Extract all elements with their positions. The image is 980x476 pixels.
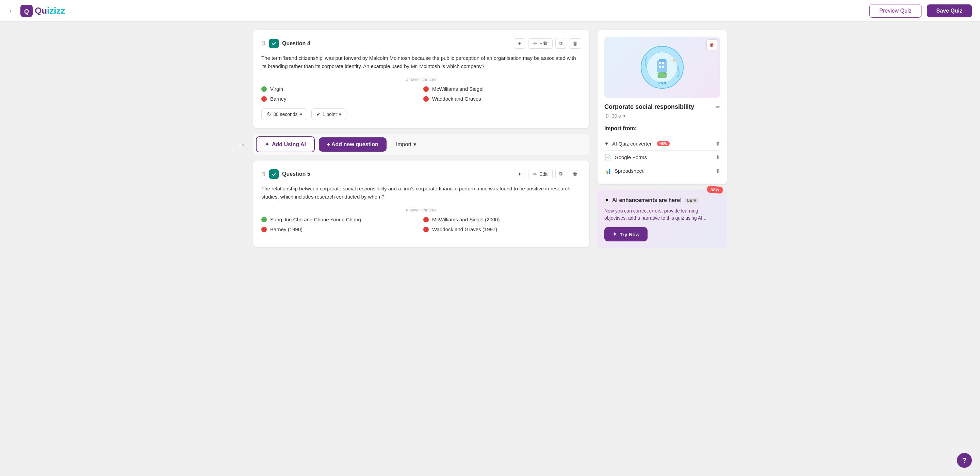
answer-text-5-3: Barney (1990) (270, 227, 302, 232)
import-google-option[interactable]: 📄 Google Forms ⬆ (605, 151, 720, 164)
add-new-question-button[interactable]: + Add new question (319, 137, 387, 152)
spreadsheet-option-label: Spreadsheet (614, 168, 643, 174)
import-ai-option[interactable]: ✦ AI Quiz converter NEW ⬆ (605, 137, 720, 151)
question-4-header: ⇅ Question 4 ✦ ✏ Edit ⧉ (261, 38, 581, 49)
question-type-icon-5 (269, 169, 279, 179)
ai-banner-title-row: ✦ AI enhancements are here! BETA (605, 197, 720, 204)
answer-option-3: Barney (261, 96, 419, 102)
answer-dot-1 (261, 86, 267, 92)
try-sparkle-icon: ✦ (612, 231, 617, 237)
edit-label-5: Edit (539, 171, 547, 177)
import-label: Import (396, 141, 411, 148)
quiz-title: Corporate social responsibility (605, 103, 694, 111)
question-4-header-left: ⇅ Question 4 (261, 39, 310, 48)
question-5-label: Question 5 (282, 171, 310, 177)
drag-handle-4[interactable]: ⇅ (261, 40, 266, 47)
csr-illustration: CSR $ (640, 45, 684, 89)
svg-rect-8 (659, 62, 661, 64)
points-selector-4[interactable]: ✔ 1 point ▾ (311, 108, 347, 120)
spreadsheet-option-icon: 📊 (605, 168, 611, 174)
answer-dot-5-1 (261, 217, 267, 222)
ai-option-icon: ✦ (605, 140, 609, 147)
meta-expand-icon[interactable]: ▾ (624, 114, 625, 118)
edit-button-5[interactable]: ✏ Edit (528, 169, 553, 179)
answer-option-5-1: Sang Jun Cho and Chune Young Chung (261, 217, 419, 222)
answer-choices-label-5: answer choices (261, 208, 581, 213)
delete-button-5[interactable]: 🗑 (569, 169, 581, 179)
copy-button-4[interactable]: ⧉ (555, 38, 566, 49)
logo-text: Quizizz (35, 5, 65, 16)
answer-text-5-4: Waddock and Graves (1997) (432, 227, 497, 232)
timer-meta-icon: ⏱ (605, 113, 609, 119)
ai-upload-button[interactable]: ⬆ (716, 140, 720, 147)
banner-new-badge: NEW (707, 186, 723, 194)
question-type-icon-4 (269, 39, 279, 48)
copy-button-5[interactable]: ⧉ (555, 169, 566, 179)
logo: Q Quizizz (21, 5, 65, 17)
header: ← Q Quizizz Preview Quiz Save Quiz (0, 0, 980, 22)
answer-option-5-4: Waddock and Graves (1997) (423, 227, 581, 232)
answer-dot-5-2 (423, 217, 429, 222)
points-chevron-4: ▾ (339, 111, 341, 117)
question-5-card: ⇅ Question 5 ✦ ✏ Edit ⧉ (253, 160, 589, 247)
delete-thumbnail-button[interactable]: 🗑 (706, 40, 717, 50)
delete-button-4[interactable]: 🗑 (569, 38, 581, 49)
ai-new-badge: NEW (657, 141, 670, 146)
google-option-label: Google Forms (614, 154, 647, 160)
timer-icon-4: ⏱ (266, 111, 271, 117)
ai-banner-title: AI enhancements are here! (612, 197, 682, 203)
question-4-footer: ⏱ 30 seconds ▾ ✔ 1 point ▾ (261, 108, 581, 120)
edit-title-button[interactable]: ✏ (716, 104, 720, 110)
answer-grid-4: Virgin McWilliams and Siegel Barney Wadd… (261, 86, 581, 102)
svg-text:Q: Q (24, 8, 29, 15)
time-label-4: 30 seconds (273, 111, 298, 117)
magic-wand-button-5[interactable]: ✦ (514, 169, 525, 179)
logo-icon: Q (21, 5, 33, 17)
import-spreadsheet-option[interactable]: 📊 Spreadsheet ⬆ (605, 164, 720, 178)
points-icon-4: ✔ (317, 111, 321, 117)
answer-dot-5-3 (261, 227, 267, 232)
ai-option-label: AI Quiz converter (612, 141, 652, 146)
question-4-actions: ✦ ✏ Edit ⧉ 🗑 (514, 38, 581, 49)
spreadsheet-upload-button[interactable]: ⬆ (716, 168, 720, 174)
arrow-indicator: → (237, 139, 246, 149)
drag-handle-5[interactable]: ⇅ (261, 171, 266, 177)
add-using-ai-button[interactable]: ✦ Add Using AI (256, 136, 315, 152)
edit-pencil-icon-5: ✏ (533, 171, 537, 177)
import-ai-left: ✦ AI Quiz converter NEW (605, 140, 670, 147)
help-button[interactable]: ? (957, 453, 972, 468)
edit-button-4[interactable]: ✏ Edit (528, 38, 553, 49)
magic-wand-button-4[interactable]: ✦ (514, 38, 525, 49)
question-5-header-left: ⇅ Question 5 (261, 169, 310, 179)
answer-text-3: Barney (270, 96, 286, 102)
question-4-card: ⇅ Question 4 ✦ ✏ Edit ⧉ (253, 30, 589, 128)
edit-label-4: Edit (539, 41, 547, 46)
answer-choices-label-4: answer choices (261, 77, 581, 82)
svg-rect-9 (662, 62, 664, 64)
ai-banner-text: Now you can correct errors, provide lear… (605, 208, 720, 222)
google-upload-button[interactable]: ⬆ (716, 154, 720, 160)
answer-option-5-3: Barney (1990) (261, 227, 419, 232)
answer-option-5-2: McWilliams and Siegel (2000) (423, 217, 581, 222)
back-button[interactable]: ← (8, 7, 15, 14)
question-4-text: The term 'brand citizenship' was put for… (261, 54, 581, 70)
add-ai-label: Add Using AI (272, 141, 306, 148)
time-chevron-4: ▾ (300, 111, 302, 117)
try-now-button[interactable]: ✦ Try Now (605, 227, 648, 241)
logo-rest: izizz (47, 5, 65, 16)
header-right: Preview Quiz Save Quiz (869, 4, 972, 18)
questions-column: ⇅ Question 4 ✦ ✏ Edit ⧉ (253, 30, 598, 252)
add-buttons-row: ✦ Add Using AI + Add new question Import… (253, 133, 589, 155)
google-option-icon: 📄 (605, 154, 611, 160)
save-quiz-button[interactable]: Save Quiz (927, 5, 972, 17)
preview-quiz-button[interactable]: Preview Quiz (869, 4, 921, 18)
beta-badge: BETA (685, 198, 699, 203)
ai-sparkle-icon: ✦ (265, 141, 269, 148)
import-button[interactable]: Import ▾ (391, 137, 422, 152)
import-chevron: ▾ (414, 141, 416, 148)
svg-rect-10 (659, 66, 661, 68)
time-selector-4[interactable]: ⏱ 30 seconds ▾ (261, 108, 307, 120)
answer-option-2: McWilliams and Siegel (423, 86, 581, 92)
header-left: ← Q Quizizz (8, 5, 65, 17)
answer-text-5-2: McWilliams and Siegel (2000) (432, 217, 500, 222)
